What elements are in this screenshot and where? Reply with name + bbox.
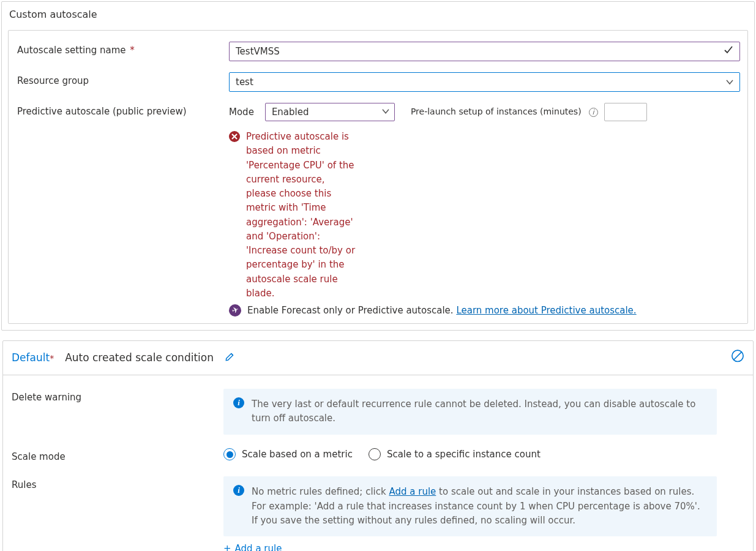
delete-warning-box: i The very last or default recurrence ru… [223,389,717,435]
required-indicator: * [130,45,135,56]
autoscale-name-label: Autoscale setting name [17,45,126,56]
rules-add-rule-link[interactable]: Add a rule [389,486,436,497]
row-delete-warning: Delete warning i The very last or defaul… [12,389,744,435]
row-rules: Rules i No metric rules defined; click A… [12,476,744,551]
panel-title: Custom autoscale [2,2,754,24]
row-resource-group: Resource group test [17,72,740,92]
radio-scale-metric[interactable]: Scale based on a metric [223,448,353,461]
forecast-text: Enable Forecast only or Predictive autos… [247,305,456,316]
edit-icon[interactable] [225,351,236,365]
delete-condition-button[interactable] [731,350,744,366]
forecast-hint: ✈ Enable Forecast only or Predictive aut… [17,304,740,317]
info-icon: i [233,397,244,408]
row-autoscale-name: Autoscale setting name * TestVMSS [17,42,740,61]
radio-scale-count[interactable]: Scale to a specific instance count [369,448,541,461]
predictive-error-text: Predictive autoscale is based on metric … [246,130,356,301]
settings-group: Autoscale setting name * TestVMSS Resour… [8,30,748,324]
row-predictive-autoscale: Predictive autoscale (public preview) Mo… [17,103,740,301]
autoscale-name-input[interactable]: TestVMSS [229,42,740,61]
scale-condition-body: Delete warning i The very last or defaul… [3,375,753,551]
rules-info-text: No metric rules defined; click Add a rul… [252,485,707,528]
error-icon [229,131,240,142]
forecast-learn-more-link[interactable]: Learn more about Predictive autoscale. [456,305,636,316]
rules-info-box: i No metric rules defined; click Add a r… [223,476,717,536]
predictive-error: Predictive autoscale is based on metric … [229,130,395,301]
svg-line-3 [734,352,742,360]
info-icon[interactable]: i [589,108,598,117]
scale-mode-label: Scale mode [12,448,223,463]
custom-autoscale-panel: Custom autoscale Autoscale setting name … [1,1,755,331]
add-rule-button[interactable]: + Add a rule [223,542,282,551]
delete-warning-text: The very last or default recurrence rule… [252,397,707,426]
rocket-icon: ✈ [229,304,241,317]
chevron-down-icon [725,77,735,87]
delete-warning-label: Delete warning [12,389,223,404]
resource-group-label: Resource group [17,75,89,86]
check-icon [724,45,733,58]
chevron-down-icon [382,106,389,119]
rules-label: Rules [12,476,223,492]
prelaunch-label: Pre-launch setup of instances (minutes) [411,106,582,118]
mode-label: Mode [229,106,254,119]
condition-name: Auto created scale condition [65,351,214,365]
predictive-autoscale-label: Predictive autoscale (public preview) [17,106,187,117]
condition-default-badge: Default [12,351,50,364]
scale-condition-header: Default* Auto created scale condition [3,341,753,375]
prelaunch-input[interactable] [604,103,647,121]
plus-icon: + [223,542,231,551]
row-scale-mode: Scale mode Scale based on a metric Scale… [12,448,744,463]
resource-group-select[interactable]: test [229,72,740,92]
scale-condition-panel: Default* Auto created scale condition De… [2,340,754,551]
info-icon: i [233,485,244,496]
mode-select[interactable]: Enabled [265,103,395,121]
required-indicator: * [50,353,54,363]
